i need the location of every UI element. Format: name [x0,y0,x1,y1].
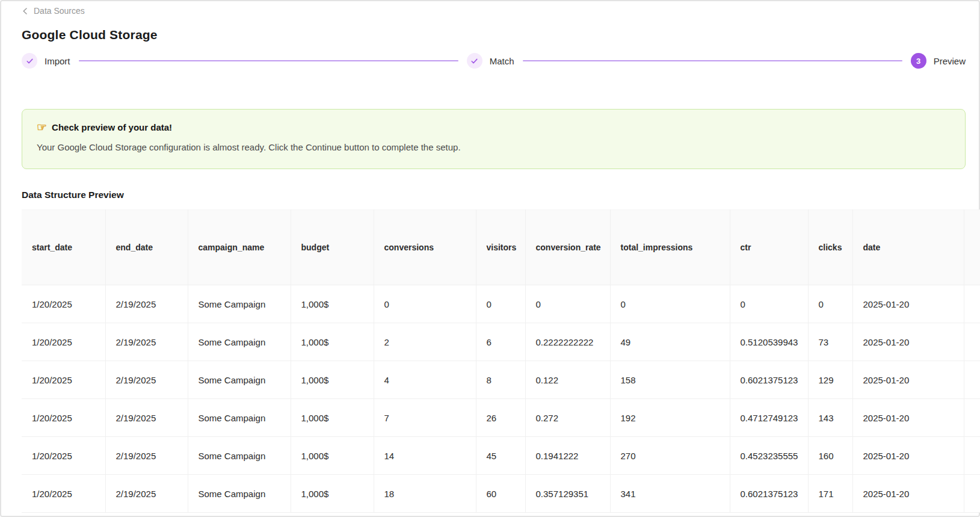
table-cell: 1/20/2025 [22,475,105,513]
column-header-clipped [964,210,980,285]
table-cell-clipped [964,323,980,361]
table-cell: 0.5120539943 [730,323,808,361]
table-cell: 1,000$ [291,323,374,361]
table-cell: Some Campaign [188,399,291,437]
table-cell: 2025-01-20 [852,437,964,475]
table-cell: 26 [476,399,525,437]
table-cell: 1/20/2025 [22,285,105,323]
step-connector [523,60,902,61]
column-header-conversion_rate: conversion_rate [525,210,610,285]
breadcrumb-back-link[interactable]: Data Sources [22,0,85,16]
table-cell: 2/19/2025 [105,437,188,475]
table-cell: 14 [374,437,476,475]
column-header-visitors: visitors [476,210,525,285]
table-cell: 2025-01-20 [852,285,964,323]
table-cell: 0 [730,285,808,323]
table-row: 1/20/20252/19/2025Some Campaign1,000$726… [22,399,980,437]
column-header-date: date [852,210,964,285]
alert-title: Check preview of your data! [52,121,172,134]
table-cell-clipped [964,361,980,399]
table-row: 1/20/20252/19/2025Some Campaign1,000$144… [22,437,980,475]
step-match[interactable]: Match [467,53,514,69]
table-row: 1/20/20252/19/2025Some Campaign1,000$186… [22,475,980,513]
page: Data Sources Google Cloud Storage Import… [0,0,980,517]
table-cell: Some Campaign [188,323,291,361]
column-header-end_date: end_date [105,210,188,285]
step-preview[interactable]: 3 Preview [911,53,966,69]
preview-heading: Data Structure Preview [22,189,966,201]
table-cell-clipped [964,437,980,475]
table-cell: 0 [525,285,610,323]
table-cell: Some Campaign [188,437,291,475]
column-header-budget: budget [291,210,374,285]
table-cell: 0.2222222222 [525,323,610,361]
table-cell: 0.357129351 [525,475,610,513]
table-cell: 6 [476,323,525,361]
table-cell: 45 [476,437,525,475]
table-cell: 2/19/2025 [105,475,188,513]
table-cell: 73 [808,323,852,361]
table-cell-clipped [964,285,980,323]
table-cell: 192 [610,399,730,437]
table-cell: 7 [374,399,476,437]
data-preview-table: start_dateend_datecampaign_namebudgetcon… [22,209,980,513]
table-cell: 1,000$ [291,399,374,437]
table-cell: 2025-01-20 [852,399,964,437]
step-match-label[interactable]: Match [490,56,514,66]
table-cell-clipped [964,475,980,513]
table-cell: 0.1941222 [525,437,610,475]
pointing-hand-icon: ☞ [37,122,47,134]
alert-description: Your Google Cloud Storage configuration … [37,141,951,153]
table-cell: 2/19/2025 [105,399,188,437]
table-header-row: start_dateend_datecampaign_namebudgetcon… [22,210,980,285]
table-cell: 0.6021375123 [730,361,808,399]
table-cell: 2025-01-20 [852,475,964,513]
column-header-campaign_name: campaign_name [188,210,291,285]
step-import-label[interactable]: Import [45,56,70,66]
table-cell: Some Campaign [188,361,291,399]
table-cell: 160 [808,437,852,475]
check-icon [467,53,482,69]
table-cell: 1/20/2025 [22,323,105,361]
table-cell: 1,000$ [291,475,374,513]
table-row: 1/20/20252/19/2025Some Campaign1,000$000… [22,285,980,323]
table-cell: 49 [610,323,730,361]
step-connector [79,60,458,61]
table-cell: 171 [808,475,852,513]
table-cell: 1,000$ [291,285,374,323]
table-cell: 0 [476,285,525,323]
table-cell: 143 [808,399,852,437]
table-row: 1/20/20252/19/2025Some Campaign1,000$480… [22,361,980,399]
table-cell: 0.4712749123 [730,399,808,437]
breadcrumb-label[interactable]: Data Sources [34,6,85,16]
table-cell: 2 [374,323,476,361]
table-cell: 129 [808,361,852,399]
check-icon [22,53,37,69]
column-header-ctr: ctr [730,210,808,285]
success-alert: ☞ Check preview of your data! Your Googl… [22,109,966,169]
column-header-conversions: conversions [374,210,476,285]
data-preview-table-wrap: start_dateend_datecampaign_namebudgetcon… [22,209,980,513]
table-cell: 2/19/2025 [105,285,188,323]
step-preview-label[interactable]: Preview [934,56,966,66]
table-cell: 1,000$ [291,437,374,475]
table-cell: 60 [476,475,525,513]
table-row: 1/20/20252/19/2025Some Campaign1,000$260… [22,323,980,361]
table-cell: 2025-01-20 [852,361,964,399]
table-cell: 270 [610,437,730,475]
table-cell: 4 [374,361,476,399]
table-cell: 0 [610,285,730,323]
table-cell-clipped [964,399,980,437]
table-cell: 341 [610,475,730,513]
table-cell: 1/20/2025 [22,399,105,437]
column-header-clicks: clicks [808,210,852,285]
setup-stepper: Import Match 3 Preview [22,53,966,69]
table-cell: 0.122 [525,361,610,399]
table-cell: 0 [808,285,852,323]
table-cell: 8 [476,361,525,399]
table-cell: Some Campaign [188,475,291,513]
column-header-start_date: start_date [22,210,105,285]
table-cell: 0 [374,285,476,323]
step-import[interactable]: Import [22,53,70,69]
table-cell: 0.4523235555 [730,437,808,475]
